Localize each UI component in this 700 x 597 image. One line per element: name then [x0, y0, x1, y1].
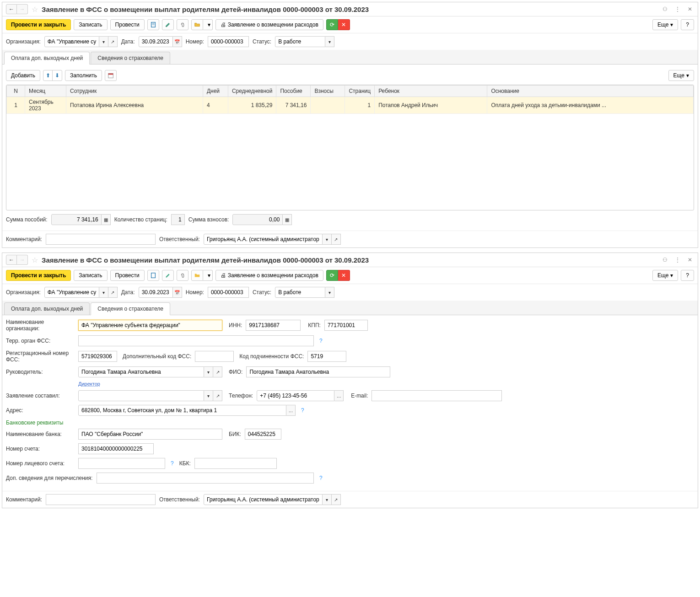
col-pages[interactable]: Страниц: [345, 86, 375, 97]
col-month[interactable]: Месяц: [25, 86, 66, 97]
help-icon[interactable]: ?: [318, 475, 324, 481]
help-button[interactable]: ?: [681, 19, 694, 30]
pers-input[interactable]: [78, 458, 165, 469]
col-n[interactable]: N: [7, 86, 25, 97]
org-input[interactable]: [44, 287, 99, 298]
post-button[interactable]: Провести: [110, 19, 145, 30]
move-buttons[interactable]: ⬆⬇: [43, 70, 62, 81]
favorite-icon[interactable]: ☆: [32, 256, 38, 264]
edit-icon-button[interactable]: [162, 270, 174, 281]
col-child[interactable]: Ребенок: [375, 86, 487, 97]
bik-input[interactable]: [245, 429, 281, 440]
link-icon[interactable]: ⚇: [661, 5, 669, 13]
col-benefit[interactable]: Пособие: [276, 86, 311, 97]
sum-calc-icon[interactable]: ▦: [102, 214, 111, 225]
folder-split-button[interactable]: ▾: [191, 19, 213, 30]
comment-input[interactable]: [46, 234, 156, 245]
subcode-input[interactable]: [307, 351, 346, 362]
col-employee[interactable]: Сотрудник: [66, 86, 203, 97]
head-input[interactable]: [78, 366, 204, 377]
save-button[interactable]: Записать: [74, 270, 107, 281]
back-button[interactable]: ←: [6, 255, 17, 265]
addcode-input[interactable]: [195, 351, 234, 362]
fill-button[interactable]: Заполнить: [65, 70, 102, 81]
calendar-icon[interactable]: 📅: [173, 36, 182, 47]
addr-input[interactable]: [78, 405, 286, 416]
forward-button[interactable]: →: [17, 255, 28, 265]
org-input[interactable]: [44, 36, 99, 47]
col-contrib[interactable]: Взносы: [311, 86, 345, 97]
post-close-button[interactable]: Провести и закрыть: [6, 270, 71, 281]
period-button[interactable]: [105, 70, 117, 81]
status-input[interactable]: [275, 287, 325, 298]
tab-payment-days[interactable]: Оплата доп. выходных дней: [4, 302, 90, 315]
resp-open[interactable]: ↗: [332, 234, 341, 245]
acc-input[interactable]: [78, 443, 154, 454]
report-icon-button[interactable]: [147, 19, 159, 30]
data-table[interactable]: N Месяц Сотрудник Дней Среднедневной Пос…: [6, 85, 694, 210]
post-close-button[interactable]: Провести и закрыть: [6, 19, 71, 30]
resp-input[interactable]: [204, 234, 323, 245]
statement-button[interactable]: 🖨Заявление о возмещении расходов: [215, 270, 323, 281]
col-days[interactable]: Дней: [203, 86, 228, 97]
refresh-button[interactable]: ⟳: [326, 270, 338, 281]
help-icon[interactable]: ?: [318, 338, 324, 344]
col-basis[interactable]: Основание: [487, 86, 694, 97]
number-input[interactable]: [208, 287, 249, 298]
table-more-button[interactable]: Еще ▾: [668, 70, 694, 81]
cancel-refresh-button[interactable]: ✕: [338, 19, 350, 30]
attachment-icon-button[interactable]: [177, 270, 188, 281]
edit-icon-button[interactable]: [162, 19, 174, 30]
reg-input[interactable]: [78, 351, 117, 362]
extra-input[interactable]: [97, 473, 314, 484]
kbk-input[interactable]: [194, 458, 277, 469]
kpp-input[interactable]: [324, 320, 368, 331]
contrib-calc-icon[interactable]: ▦: [283, 214, 292, 225]
refresh-button[interactable]: ⟳: [326, 19, 338, 30]
status-input[interactable]: [275, 36, 325, 47]
terr-input[interactable]: [78, 335, 314, 346]
link-icon[interactable]: ⚇: [661, 256, 669, 264]
bank-input[interactable]: [78, 429, 222, 440]
resp-input[interactable]: [204, 494, 323, 505]
calendar-icon[interactable]: 📅: [173, 287, 182, 298]
tab-payment-days[interactable]: Оплата доп. выходных дней: [4, 52, 90, 65]
post-button[interactable]: Провести: [110, 270, 145, 281]
attachment-icon-button[interactable]: [177, 19, 188, 30]
more-button[interactable]: Еще ▾: [652, 19, 678, 30]
tab-insurer-info[interactable]: Сведения о страхователе: [91, 302, 170, 315]
email-input[interactable]: [372, 390, 502, 401]
comment-input[interactable]: [46, 494, 156, 505]
org-open[interactable]: ↗: [108, 36, 118, 47]
resp-dropdown[interactable]: ▾: [323, 234, 332, 245]
more-button[interactable]: Еще ▾: [652, 270, 678, 281]
fio-input[interactable]: [246, 366, 390, 377]
table-row[interactable]: 1 Сентябрь 2023 Потапова Ирина Алексеевн…: [7, 97, 694, 114]
add-button[interactable]: Добавить: [6, 70, 40, 81]
date-input[interactable]: [139, 36, 173, 47]
number-input[interactable]: [208, 36, 249, 47]
col-avg[interactable]: Среднедневной: [228, 86, 276, 97]
cancel-refresh-button[interactable]: ✕: [338, 270, 350, 281]
phone-input[interactable]: [257, 390, 334, 401]
inn-input[interactable]: [246, 320, 301, 331]
tab-insurer-info[interactable]: Сведения о страхователе: [91, 52, 170, 64]
org-name-input[interactable]: [78, 320, 222, 331]
date-input[interactable]: [139, 287, 173, 298]
save-button[interactable]: Записать: [74, 19, 107, 30]
org-dropdown[interactable]: ▾: [99, 36, 108, 47]
close-icon[interactable]: ✕: [686, 256, 694, 264]
help-icon[interactable]: ?: [299, 407, 306, 414]
compiled-input[interactable]: [78, 390, 204, 401]
status-dropdown[interactable]: ▾: [325, 36, 334, 47]
help-icon[interactable]: ?: [169, 460, 176, 467]
favorite-icon[interactable]: ☆: [32, 5, 38, 14]
help-button[interactable]: ?: [681, 270, 694, 281]
forward-button[interactable]: →: [17, 4, 28, 14]
back-button[interactable]: ←: [6, 4, 17, 14]
menu-icon[interactable]: ⋮: [673, 5, 682, 13]
report-icon-button[interactable]: [147, 270, 159, 281]
statement-button[interactable]: 🖨Заявление о возмещении расходов: [215, 19, 323, 30]
menu-icon[interactable]: ⋮: [673, 256, 682, 264]
director-link[interactable]: Директор: [78, 381, 100, 387]
